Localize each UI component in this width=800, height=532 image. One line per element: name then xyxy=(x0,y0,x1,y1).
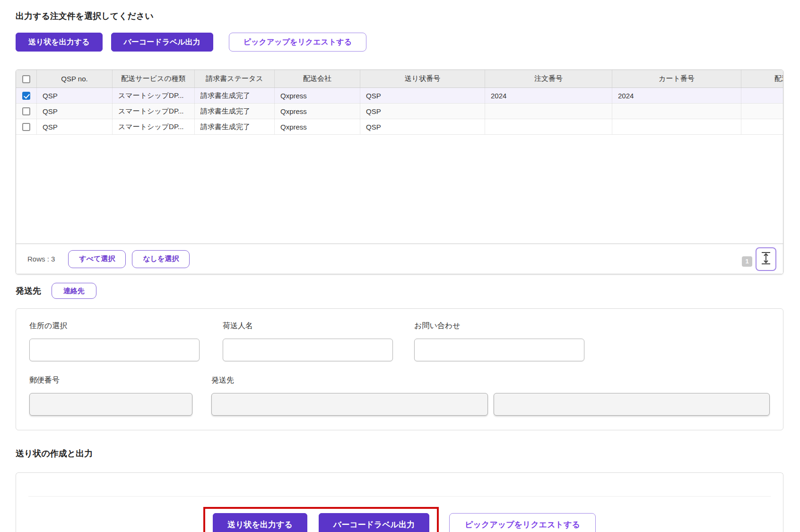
annotation-highlight-box: 送り状を出力する バーコードラベル出力 xyxy=(203,507,439,532)
cell-カート番号 xyxy=(612,119,741,135)
cell-配送 xyxy=(741,104,783,119)
select-all-checkbox[interactable] xyxy=(22,75,30,83)
cell-送り状番号: QSP xyxy=(360,104,485,119)
table-empty-area xyxy=(16,135,783,244)
column-header-0: QSP no. xyxy=(37,70,113,88)
pagination: 1 xyxy=(742,247,776,271)
rows-count-label: Rows : 3 xyxy=(27,255,55,263)
column-header-3: 配送会社 xyxy=(275,70,360,88)
table-header-row: QSP no.配送サービスの種類請求書ステータス配送会社送り状番号注文番号カート… xyxy=(16,70,783,88)
inquiry-label: お問い合わせ xyxy=(414,321,584,331)
cell-配送会社: Qxpress xyxy=(275,119,360,135)
shipping-panel: 住所の選択 荷送人名 お問い合わせ 郵便番号 発送先 xyxy=(16,308,783,430)
ship-from-inputs xyxy=(211,393,770,416)
cell-配送サービスの種類: スマートシップDP... xyxy=(113,119,195,135)
shipping-form-row-1: 住所の選択 荷送人名 お問い合わせ xyxy=(29,321,770,361)
row-checkbox[interactable] xyxy=(22,123,30,131)
cell-請求書ステータス: 請求書生成完了 xyxy=(195,88,275,104)
panel-divider xyxy=(28,496,771,497)
cell-注文番号: 2024 xyxy=(485,88,612,104)
row-checkbox[interactable] xyxy=(22,92,30,100)
table-row[interactable]: QSPスマートシップDP...請求書生成完了QxpressQSP xyxy=(16,104,783,119)
column-header-5: 注文番号 xyxy=(485,70,612,88)
postal-code-field: 郵便番号 xyxy=(29,375,192,416)
table-row[interactable]: QSPスマートシップDP...請求書生成完了QxpressQSP xyxy=(16,119,783,135)
invoice-output-buttons: 送り状を出力する バーコードラベル出力 ピックアップをリクエストする xyxy=(16,507,783,532)
cell-QSP no.: QSP xyxy=(37,119,113,135)
top-toolbar: 送り状を出力する バーコードラベル出力 ピックアップをリクエストする xyxy=(16,33,800,52)
contact-button[interactable]: 連絡先 xyxy=(52,283,96,299)
cell-QSP no.: QSP xyxy=(37,88,113,104)
shipping-section-header: 発送先 連絡先 xyxy=(16,283,96,299)
request-pickup-button[interactable]: ピックアップをリクエストする xyxy=(229,33,366,52)
shipping-label-page: 出力する注文件を選択してください 送り状を出力する バーコードラベル出力 ピック… xyxy=(0,10,800,532)
column-header-6: カート番号 xyxy=(612,70,741,88)
address-select-label: 住所の選択 xyxy=(29,321,200,331)
shipper-name-input[interactable] xyxy=(223,339,393,361)
table-footer: Rows : 3 すべて選択 なしを選択 1 xyxy=(16,244,783,274)
page-number-badge[interactable]: 1 xyxy=(742,256,752,267)
column-header-2: 請求書ステータス xyxy=(195,70,275,88)
ship-from-input-2[interactable] xyxy=(494,393,770,416)
cell-注文番号 xyxy=(485,104,612,119)
barcode-label-button-bottom[interactable]: バーコードラベル出力 xyxy=(319,513,429,532)
shipper-name-label: 荷送人名 xyxy=(223,321,393,331)
row-checkbox-cell xyxy=(16,119,37,135)
row-checkbox-cell xyxy=(16,88,37,104)
header-checkbox-cell xyxy=(16,70,37,88)
postal-code-label: 郵便番号 xyxy=(29,375,192,385)
invoice-output-title: 送り状の作成と出力 xyxy=(16,448,93,459)
invoice-output-panel: 送り状を出力する バーコードラベル出力 ピックアップをリクエストする xyxy=(16,472,783,532)
select-none-button[interactable]: なしを選択 xyxy=(132,250,190,268)
column-header-1: 配送サービスの種類 xyxy=(113,70,195,88)
barcode-label-button[interactable]: バーコードラベル出力 xyxy=(111,33,213,52)
cell-注文番号 xyxy=(485,119,612,135)
select-all-button[interactable]: すべて選択 xyxy=(68,250,126,268)
row-height-button[interactable] xyxy=(756,247,776,271)
cell-カート番号 xyxy=(612,104,741,119)
table-row[interactable]: QSPスマートシップDP...請求書生成完了QxpressQSP20242024 xyxy=(16,88,783,104)
inquiry-input[interactable] xyxy=(414,339,584,361)
orders-table: QSP no.配送サービスの種類請求書ステータス配送会社送り状番号注文番号カート… xyxy=(16,70,783,274)
cell-配送会社: Qxpress xyxy=(275,88,360,104)
column-header-4: 送り状番号 xyxy=(360,70,485,88)
shipper-name-field: 荷送人名 xyxy=(223,321,393,361)
request-pickup-button-bottom[interactable]: ピックアップをリクエストする xyxy=(449,513,596,532)
ship-from-field: 発送先 xyxy=(211,375,770,416)
print-invoice-button-bottom[interactable]: 送り状を出力する xyxy=(213,513,307,532)
cell-送り状番号: QSP xyxy=(360,119,485,135)
print-invoice-button[interactable]: 送り状を出力する xyxy=(16,33,103,52)
cell-カート番号: 2024 xyxy=(612,88,741,104)
orders-table-scroll: QSP no.配送サービスの種類請求書ステータス配送会社送り状番号注文番号カート… xyxy=(16,70,783,135)
address-select-input[interactable] xyxy=(29,339,200,361)
cell-配送 xyxy=(741,119,783,135)
address-select-field: 住所の選択 xyxy=(29,321,200,361)
cell-配送サービスの種類: スマートシップDP... xyxy=(113,104,195,119)
cell-送り状番号: QSP xyxy=(360,88,485,104)
cell-請求書ステータス: 請求書生成完了 xyxy=(195,104,275,119)
inquiry-field: お問い合わせ xyxy=(414,321,584,361)
cell-配送 xyxy=(741,88,783,104)
cell-配送会社: Qxpress xyxy=(275,104,360,119)
cell-配送サービスの種類: スマートシップDP... xyxy=(113,88,195,104)
column-header-7: 配送 xyxy=(741,70,783,88)
row-height-icon xyxy=(760,251,772,267)
page-title: 出力する注文件を選択してください xyxy=(16,10,800,22)
cell-QSP no.: QSP xyxy=(37,104,113,119)
row-checkbox-cell xyxy=(16,104,37,119)
shipping-section-title: 発送先 xyxy=(16,285,41,297)
shipping-form-row-2: 郵便番号 発送先 xyxy=(29,375,770,416)
cell-請求書ステータス: 請求書生成完了 xyxy=(195,119,275,135)
ship-from-input-1[interactable] xyxy=(211,393,488,416)
row-checkbox[interactable] xyxy=(22,107,30,115)
postal-code-input[interactable] xyxy=(29,393,192,416)
ship-from-label: 発送先 xyxy=(211,375,770,385)
